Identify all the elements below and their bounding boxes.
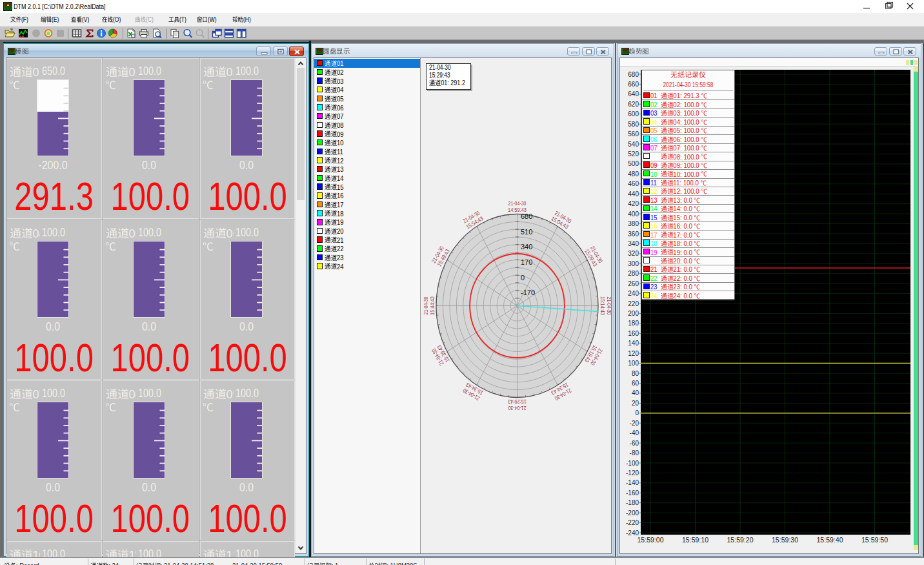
svg-text:420: 420 [628, 200, 639, 207]
svg-text:21-04-30: 21-04-30 [606, 297, 612, 315]
svg-text:240: 240 [628, 290, 639, 297]
svg-text:0: 0 [635, 409, 639, 416]
svg-text:60: 60 [632, 380, 639, 387]
svg-text:320: 320 [628, 250, 639, 257]
svg-text:380: 380 [628, 220, 639, 227]
svg-text:-40: -40 [630, 429, 639, 437]
svg-text:160: 160 [628, 330, 639, 337]
svg-text:220: 220 [628, 300, 639, 307]
svg-text:-170: -170 [521, 289, 535, 296]
svg-text:-240: -240 [626, 529, 639, 537]
svg-text:200: 200 [628, 310, 639, 317]
svg-text:100: 100 [628, 360, 639, 367]
svg-text:15:59:10: 15:59:10 [682, 536, 708, 544]
svg-text:440: 440 [628, 190, 639, 198]
svg-text:660: 660 [628, 81, 639, 88]
svg-text:40: 40 [632, 389, 639, 396]
svg-text:15:59:20: 15:59:20 [727, 536, 754, 544]
svg-text:340: 340 [521, 243, 532, 251]
svg-text:15:44:43: 15:44:43 [429, 296, 436, 315]
svg-text:21-04-30: 21-04-30 [508, 200, 527, 207]
svg-text:-20: -20 [630, 420, 639, 427]
svg-text:170: 170 [521, 258, 532, 266]
svg-text:15:59:50: 15:59:50 [861, 536, 888, 544]
svg-text:120: 120 [628, 350, 639, 357]
svg-text:500: 500 [628, 160, 639, 167]
svg-text:620: 620 [628, 101, 639, 108]
svg-text:20: 20 [632, 400, 639, 407]
svg-text:15:59:30: 15:59:30 [772, 536, 798, 544]
svg-text:-60: -60 [630, 440, 639, 447]
svg-text:180: 180 [628, 320, 639, 327]
svg-text:580: 580 [628, 121, 639, 128]
svg-text:-180: -180 [626, 499, 639, 506]
svg-text:640: 640 [628, 90, 639, 98]
svg-text:300: 300 [628, 260, 639, 267]
svg-text:540: 540 [628, 141, 639, 148]
svg-text:-140: -140 [626, 479, 639, 486]
svg-text:15:29:43: 15:29:43 [508, 398, 527, 405]
svg-text:560: 560 [628, 130, 639, 138]
svg-text:600: 600 [628, 110, 639, 118]
svg-text:-80: -80 [630, 449, 639, 457]
svg-text:140: 140 [628, 340, 639, 347]
svg-text:21-04-30: 21-04-30 [508, 405, 527, 411]
svg-text:15:59:40: 15:59:40 [817, 536, 843, 544]
svg-text:680: 680 [628, 71, 639, 78]
svg-text:15:59:00: 15:59:00 [638, 536, 664, 544]
svg-text:340: 340 [628, 240, 639, 247]
svg-text:-120: -120 [626, 469, 639, 477]
svg-text:260: 260 [628, 280, 639, 287]
svg-text:480: 480 [628, 170, 639, 178]
svg-text:15:14:43: 15:14:43 [599, 296, 606, 315]
svg-text:-100: -100 [626, 460, 639, 467]
svg-text:80: 80 [632, 370, 639, 377]
svg-text:14:59:43: 14:59:43 [508, 207, 527, 213]
svg-text:460: 460 [628, 180, 639, 187]
svg-text:280: 280 [628, 270, 639, 277]
svg-text:520: 520 [628, 150, 639, 158]
svg-text:400: 400 [628, 211, 639, 218]
svg-text:-220: -220 [626, 519, 639, 526]
svg-text:-200: -200 [626, 509, 639, 517]
svg-text:21-04-30: 21-04-30 [423, 297, 429, 315]
svg-text:360: 360 [628, 231, 639, 238]
svg-text:680: 680 [521, 212, 532, 220]
svg-text:-160: -160 [626, 489, 639, 497]
svg-text:0: 0 [521, 274, 525, 282]
svg-text:510: 510 [521, 228, 532, 236]
